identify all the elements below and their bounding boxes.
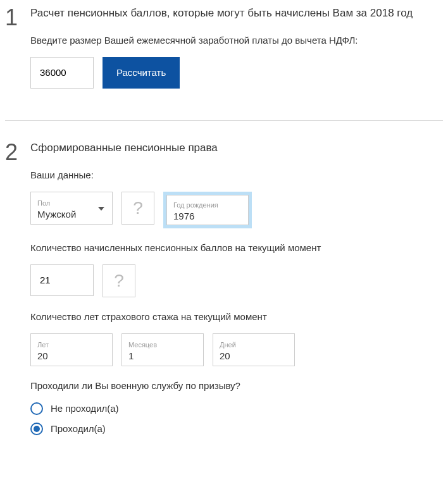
salary-row: Рассчитать <box>30 57 443 89</box>
radio-icon <box>30 423 43 435</box>
years-field[interactable]: Лет <box>30 333 113 366</box>
step-number-1: 1 <box>5 6 30 29</box>
gender-label: Пол <box>37 200 106 207</box>
military-radio-group: Не проходил(а) Проходил(а) <box>30 402 443 435</box>
birth-year-label: Год рождения <box>173 202 242 209</box>
points-row: ? <box>30 264 443 297</box>
days-label: Дней <box>220 342 288 349</box>
step1-title: Расчет пенсионных баллов, которые могут … <box>30 6 443 21</box>
stazh-label: Количество лет страхового стажа на текущ… <box>30 311 443 322</box>
radio-icon <box>30 402 43 415</box>
step2-title: Сформированные пенсионные права <box>30 141 443 156</box>
help-icon[interactable]: ? <box>121 192 154 225</box>
points-input[interactable] <box>30 264 94 296</box>
salary-input[interactable] <box>30 57 94 89</box>
military-option-no-label: Не проходил(а) <box>51 403 119 414</box>
birth-year-highlight: Год рождения <box>163 192 252 228</box>
military-option-yes[interactable]: Проходил(а) <box>30 423 443 435</box>
gender-field[interactable]: Пол Мужской <box>30 192 113 225</box>
stazh-row: Лет Месяцев Дней <box>30 333 443 366</box>
points-label: Количество начисленных пенсионных баллов… <box>30 242 443 253</box>
months-field[interactable]: Месяцев <box>121 333 204 366</box>
years-input[interactable] <box>37 350 106 361</box>
section-1: 1 Расчет пенсионных баллов, которые могу… <box>5 6 443 102</box>
military-option-no[interactable]: Не проходил(а) <box>30 402 443 415</box>
years-label: Лет <box>37 342 106 349</box>
help-icon[interactable]: ? <box>103 264 135 297</box>
gender-select[interactable]: Мужской <box>37 209 106 220</box>
months-label: Месяцев <box>128 342 197 349</box>
birth-year-field[interactable]: Год рождения <box>166 195 249 225</box>
section-2: 2 Сформированные пенсионные права Ваши д… <box>5 141 443 443</box>
days-field[interactable]: Дней <box>213 333 295 366</box>
step1-body: Расчет пенсионных баллов, которые могут … <box>30 6 443 102</box>
step1-prompt: Введите размер Вашей ежемесячной заработ… <box>30 35 443 46</box>
your-data-label: Ваши данные: <box>30 170 443 180</box>
days-input[interactable] <box>220 350 288 361</box>
step-number-2: 2 <box>5 141 30 164</box>
step2-body: Сформированные пенсионные права Ваши дан… <box>30 141 443 443</box>
military-option-yes-label: Проходил(а) <box>51 423 106 434</box>
personal-data-row: Пол Мужской ? Год рождения <box>30 192 443 228</box>
section-divider <box>5 120 443 121</box>
military-question: Проходили ли Вы военную службу по призыв… <box>30 380 443 391</box>
months-input[interactable] <box>128 350 197 361</box>
birth-year-input[interactable] <box>173 211 242 221</box>
calculate-button[interactable]: Рассчитать <box>103 57 180 89</box>
